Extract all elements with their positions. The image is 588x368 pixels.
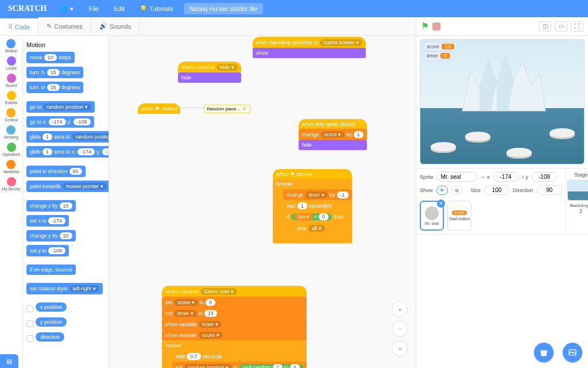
blocks-palette[interactable]: Motion move10steps turn ↻ 15degrees turn… (23, 36, 109, 368)
stage-thumbnail[interactable] (567, 180, 588, 201)
stop-button[interactable] (432, 22, 440, 30)
block-if-edge-bounce[interactable]: if on edge, bounce (26, 264, 76, 275)
code-icon: ⠿ (8, 23, 13, 30)
ice-floe (506, 148, 532, 157)
block-point-direction[interactable]: point in direction90 (26, 166, 86, 177)
editor-tabs: ⠿Code ✎Costumes 🔊Sounds (0, 17, 416, 36)
sprite-size-input[interactable] (484, 185, 509, 195)
stack-green-flag-1[interactable]: when ⚑ clicked (138, 103, 180, 114)
block-glide-random[interactable]: glide1secs torandom position ▾ (26, 131, 109, 143)
sounds-icon: 🔊 (99, 22, 107, 30)
tutorials-button[interactable]: 💡 Tutorials (135, 3, 178, 15)
backpack-toggle[interactable]: ▤ (0, 354, 18, 368)
category-control[interactable]: Control (5, 108, 18, 122)
category-my-blocks[interactable]: My Blocks (2, 177, 21, 191)
category-operators[interactable]: Operators (2, 143, 20, 156)
category-sound[interactable]: Sound (5, 74, 17, 87)
category-variables[interactable]: Variables (3, 160, 20, 174)
stage-canvas[interactable]: score13 timer0 (420, 39, 585, 164)
sprite-card-start-button[interactable]: START Start button (447, 201, 471, 231)
reporter-xpos[interactable]: x position (26, 302, 105, 315)
zoom-in-button[interactable]: ＋ (392, 301, 408, 317)
category-events[interactable]: Events (5, 91, 17, 105)
tab-code[interactable]: ⠿Code (0, 17, 38, 35)
block-change-y[interactable]: change y by10 (26, 230, 76, 241)
svg-point-7 (546, 351, 547, 352)
tab-costumes[interactable]: ✎Costumes (38, 17, 91, 35)
sprite-x-input[interactable] (493, 172, 519, 182)
stage-header: ⚑ ◫ ▭ ⛶ (416, 17, 588, 36)
ice-floe (550, 128, 575, 137)
zoom-controls: ＋ － ＝ (392, 301, 408, 356)
green-flag-button[interactable]: ⚑ (421, 21, 429, 32)
sprite-y-input[interactable] (532, 172, 557, 182)
sprite-info-panel: Sprite ↔ x ↕ y Show 👁 ⊘ Size Direction ✕ (416, 168, 588, 234)
scripts-workspace[interactable]: when backdrop switches toGame screen ▾ s… (109, 36, 416, 368)
palette-header: Motion (26, 41, 105, 48)
start-badge-icon: START (452, 210, 466, 215)
block-set-y[interactable]: set y to-108 (26, 245, 69, 256)
language-menu[interactable]: 🌐 ▾ (56, 3, 78, 15)
category-column: MotionLooksSoundEventsControlSensingOper… (0, 36, 23, 368)
block-turn-right[interactable]: turn ↻ 15degrees (26, 67, 83, 78)
large-stage-button[interactable]: ▭ (555, 21, 567, 32)
ice-floe (465, 132, 490, 141)
stack-receive-hide[interactable]: when I receivehide ▾ hide (178, 62, 241, 83)
sprite-direction-input[interactable] (537, 185, 562, 195)
block-glide-xy[interactable]: glide1secs to x:-174y:-108 (26, 146, 109, 158)
add-backdrop-button[interactable] (563, 343, 582, 362)
category-motion[interactable]: Motion (5, 39, 17, 53)
svg-point-6 (541, 351, 543, 352)
small-stage-button[interactable]: ◫ (539, 21, 551, 32)
edit-menu[interactable]: Edit (109, 3, 129, 14)
stack-sprite-clicked[interactable]: when this sprite clicked changescore ▾by… (299, 119, 367, 150)
zoom-reset-button[interactable]: ＝ (392, 340, 408, 356)
show-sprite-button[interactable]: 👁 (436, 186, 448, 195)
svg-point-5 (541, 352, 547, 356)
comment-random-place[interactable]: Random place… ✕ (204, 105, 250, 113)
sprite-card-mr-seal[interactable]: ✕ Mr. seal (420, 201, 444, 231)
tab-sounds[interactable]: 🔊Sounds (91, 17, 140, 35)
block-rotation-style[interactable]: set rotation styleleft-right ▾ (26, 283, 103, 294)
category-looks[interactable]: Looks (6, 56, 17, 70)
category-sensing[interactable]: Sensing (4, 125, 18, 139)
block-move-steps[interactable]: move10steps (26, 52, 75, 63)
monitor-score[interactable]: score13 (424, 42, 457, 51)
block-turn-left[interactable]: turn ↺ 15degrees (26, 82, 83, 93)
file-menu[interactable]: File (84, 3, 103, 14)
block-set-x[interactable]: set x to-174 (26, 215, 69, 227)
ice-floe (431, 142, 456, 151)
costumes-icon: ✎ (47, 22, 52, 30)
add-sprite-button[interactable] (534, 343, 554, 362)
stage-selector[interactable]: Stage Backdrops 2 (566, 168, 588, 234)
project-title[interactable]: Natsiq Hunter starter file (184, 3, 264, 14)
block-change-x[interactable]: change x by10 (26, 200, 76, 212)
seal-icon (425, 206, 439, 220)
sprite-name-input[interactable] (437, 172, 477, 182)
reporter-ypos[interactable]: y position (26, 317, 105, 330)
stack-backdrop-switch[interactable]: when backdrop switches toGame screen ▾ s… (253, 37, 366, 58)
scratch-logo: SCRATCH (5, 3, 50, 14)
stack-game-start[interactable]: when I receiveGame start ▾ setscore ▾to0… (162, 286, 307, 368)
zoom-out-button[interactable]: － (392, 321, 408, 337)
globe-icon: 🌐 (60, 5, 68, 12)
stack-timer-countdown[interactable]: when ⚑ clicked forever changetimer ▾by-1… (273, 169, 352, 243)
iceberg-graphic (439, 53, 566, 122)
block-goto-random[interactable]: go torandom position ▾ (26, 101, 95, 113)
hide-sprite-button[interactable]: ⊘ (451, 186, 463, 195)
block-point-towards[interactable]: point towardsmouse-pointer ▾ (26, 181, 109, 192)
fullscreen-button[interactable]: ⛶ (571, 21, 583, 32)
top-menubar: SCRATCH 🌐 ▾ File Edit 💡 Tutorials Natsiq… (0, 0, 588, 17)
delete-sprite-button[interactable]: ✕ (437, 200, 445, 208)
reporter-direction[interactable]: direction (26, 332, 105, 345)
block-goto-xy[interactable]: go to x:-174y:-108 (26, 116, 94, 128)
